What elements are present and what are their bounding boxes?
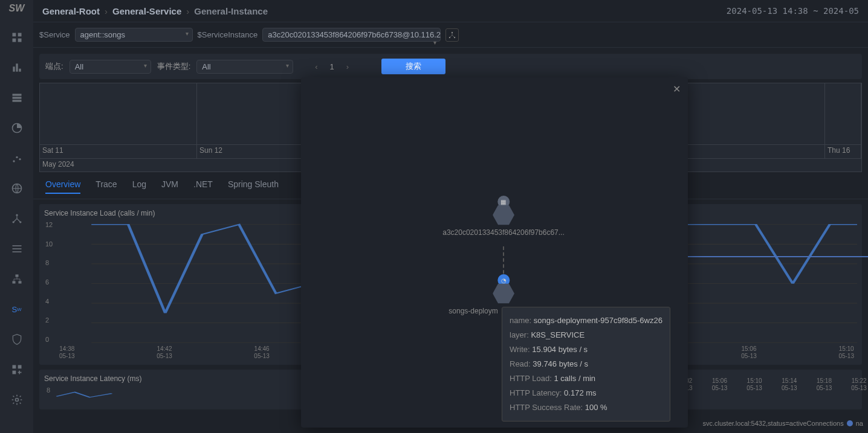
dashboard-icon[interactable] <box>10 31 24 44</box>
svg-point-27 <box>15 399 18 402</box>
svg-rect-8 <box>12 97 21 98</box>
tab-sleuth[interactable]: Spring Sleuth <box>228 179 279 194</box>
logo: SW <box>9 3 25 14</box>
timeline-day: 15 <box>668 145 825 158</box>
legend-dot-icon <box>847 420 853 426</box>
tab-log[interactable]: Log <box>132 179 146 194</box>
endpoint-label: 端点: <box>45 61 63 72</box>
svg-rect-7 <box>12 94 21 95</box>
topo-node-label: songs-deploym <box>449 307 497 315</box>
scatter-icon[interactable] <box>10 152 24 165</box>
svg-rect-20 <box>12 251 21 252</box>
chevron-right-icon: › <box>186 6 189 16</box>
instance-label: $ServiceInstance <box>198 30 258 39</box>
side-nav: SW SW <box>0 0 33 433</box>
topology-button[interactable] <box>445 28 459 42</box>
timeline-day: Sat 11 <box>40 145 197 158</box>
breadcrumb-instance: General-Instance <box>194 6 268 16</box>
svg-point-13 <box>19 158 21 160</box>
svg-rect-23 <box>18 281 21 283</box>
timeline-day: Thu 16 <box>825 145 861 158</box>
svg-rect-9 <box>12 100 21 101</box>
shield-icon[interactable] <box>10 333 24 346</box>
breadcrumb-root[interactable]: General-Root <box>42 6 100 16</box>
svg-point-28 <box>452 31 453 33</box>
right-chart-xlabels: 15:0205-1315:0605-1315:1005-1315:1405-13… <box>677 377 867 392</box>
grid-plus-icon[interactable] <box>10 363 24 376</box>
tab-overview[interactable]: Overview <box>45 179 80 194</box>
tab-dotnet[interactable]: .NET <box>193 179 213 194</box>
svg-rect-4 <box>13 66 15 71</box>
right-chart-line <box>688 256 868 257</box>
list-icon[interactable] <box>10 242 24 255</box>
service-select[interactable]: agent::songs <box>75 28 193 42</box>
service-label: $Service <box>39 30 70 39</box>
prev-page-button[interactable]: ‹ <box>313 62 320 71</box>
svg-rect-2 <box>12 39 16 42</box>
tab-jvm[interactable]: JVM <box>161 179 178 194</box>
topo-tooltip: name: songs-deployment-957c9f8d5-6wz26la… <box>502 307 670 422</box>
next-page-button[interactable]: › <box>344 62 351 71</box>
breadcrumb-service[interactable]: General-Service <box>112 6 181 16</box>
svg-rect-6 <box>19 69 21 72</box>
svg-rect-21 <box>15 275 18 277</box>
filter-bar: 端点: All 事件类型: All ‹ 1 › 搜索 <box>39 54 862 79</box>
pie-chart-icon[interactable] <box>10 121 24 135</box>
stack-icon[interactable] <box>10 91 24 104</box>
time-range[interactable]: 2024-05-13 14:38 ~ 2024-05 <box>727 6 859 16</box>
topology-modal: ✕ ▦ a3c20c020133453f864206f97b6c67... ◔ … <box>301 77 688 428</box>
breadcrumb: General-Root › General-Service › General… <box>42 6 268 16</box>
svg-rect-26 <box>18 365 21 369</box>
chevron-right-icon: › <box>105 6 108 16</box>
sw-icon[interactable]: SW <box>10 303 24 316</box>
tab-trace[interactable]: Trace <box>96 179 117 194</box>
selector-bar: $Service agent::songs $ServiceInstance a… <box>33 22 868 48</box>
page-number: 1 <box>326 62 338 71</box>
svg-rect-5 <box>16 63 18 71</box>
svg-rect-24 <box>12 365 16 369</box>
event-type-label: 事件类型: <box>157 61 191 72</box>
endpoint-select[interactable]: All <box>70 60 151 74</box>
svg-point-11 <box>13 160 15 162</box>
svg-rect-0 <box>12 33 16 37</box>
branch-icon[interactable] <box>10 212 24 225</box>
svg-rect-19 <box>12 248 21 249</box>
svg-point-12 <box>16 156 18 158</box>
svg-rect-18 <box>12 245 21 246</box>
gear-icon[interactable] <box>10 393 24 406</box>
svg-rect-3 <box>18 39 21 42</box>
top-bar: General-Root › General-Service › General… <box>33 0 868 22</box>
latency-ytick: 8 <box>47 386 50 394</box>
hierarchy-icon[interactable] <box>10 272 24 286</box>
instance-select[interactable]: a3c20c020133453f864206f97b6c6738@10.116.… <box>262 28 441 42</box>
svg-rect-25 <box>12 371 16 374</box>
search-button[interactable]: 搜索 <box>381 59 445 74</box>
legend-text: svc.cluster.local:5432,status=activeConn… <box>702 420 843 427</box>
event-type-select[interactable]: All <box>196 60 293 74</box>
right-chart-legend: svc.cluster.local:5432,status=activeConn… <box>702 420 863 427</box>
topo-node-instance[interactable]: ▦ a3c20c020133453f864206f97b6c67... <box>442 204 565 237</box>
svg-rect-22 <box>12 281 15 283</box>
svg-point-15 <box>16 214 18 216</box>
bar-chart-icon[interactable] <box>10 61 24 74</box>
legend-short: na <box>856 420 863 427</box>
topo-node-label: a3c20c020133453f864206f97b6c67... <box>442 228 565 237</box>
globe-icon[interactable] <box>10 182 24 195</box>
svg-rect-1 <box>18 33 21 37</box>
